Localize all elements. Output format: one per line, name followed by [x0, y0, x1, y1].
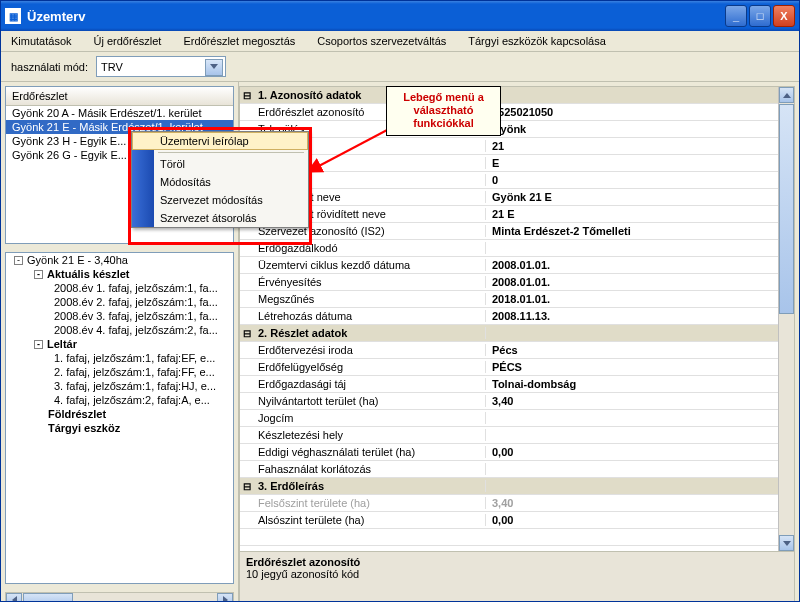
property-row[interactable]: Fahasználat korlátozás	[240, 461, 794, 478]
chevron-down-icon	[210, 64, 218, 69]
collapse-icon[interactable]: -	[34, 270, 43, 279]
scroll-up-button[interactable]	[779, 87, 794, 103]
close-button[interactable]: X	[773, 5, 795, 27]
property-value[interactable]: PÉCS	[486, 361, 794, 373]
h-scrollbar[interactable]	[5, 592, 234, 602]
property-value[interactable]: 0	[486, 174, 794, 186]
property-row[interactable]: Alsószint területe (ha)0,00	[240, 512, 794, 529]
maximize-button[interactable]: □	[749, 5, 771, 27]
property-value[interactable]: 2008.01.01.	[486, 259, 794, 271]
tree-node[interactable]: 2. fafaj, jelzőszám:1, fafaj:FF, e...	[6, 365, 233, 379]
property-row[interactable]: TelepülésGyönk	[240, 121, 794, 138]
property-row[interactable]: Készletezési hely	[240, 427, 794, 444]
collapse-icon[interactable]: -	[14, 256, 23, 265]
property-value[interactable]: Tolnai-dombság	[486, 378, 794, 390]
property-row[interactable]: Érvényesítés2008.01.01.	[240, 274, 794, 291]
property-grid[interactable]: ⊟1. Azonosító adatokErdőrészlet azonosít…	[240, 87, 794, 551]
scroll-thumb[interactable]	[779, 104, 794, 314]
context-menu-item[interactable]: Szervezet átsorolás	[132, 209, 308, 227]
property-row[interactable]: RészletE	[240, 155, 794, 172]
property-row[interactable]: Megszűnés2018.01.01.	[240, 291, 794, 308]
collapse-icon[interactable]: ⊟	[240, 328, 254, 339]
collapse-icon[interactable]: ⊟	[240, 481, 254, 492]
mode-select[interactable]: TRV	[96, 56, 226, 77]
context-menu-item[interactable]: Töröl	[132, 155, 308, 173]
collapse-icon[interactable]: -	[34, 340, 43, 349]
property-row[interactable]: Felsőszint területe (ha)3,40	[240, 495, 794, 512]
property-value[interactable]: E	[486, 157, 794, 169]
property-row[interactable]: Erdőrészlet rövidített neve21 E	[240, 206, 794, 223]
chevron-down-icon	[783, 541, 791, 546]
property-row[interactable]: Létrehozás dátuma2008.11.13.	[240, 308, 794, 325]
tree-node[interactable]: 2008.év 1. fafaj, jelzőszám:1, fa...	[6, 281, 233, 295]
property-value[interactable]: 2008.01.01.	[486, 276, 794, 288]
tree-node[interactable]: -Gyönk 21 E - 3,40ha	[6, 253, 233, 267]
property-value[interactable]: Pécs	[486, 344, 794, 356]
tree-label: 2008.év 2. fafaj, jelzőszám:1, fa...	[54, 296, 218, 308]
menu-uj-erdoreszlet[interactable]: Új erdőrészlet	[94, 35, 162, 47]
tree-node[interactable]: 2008.év 4. fafaj, jelzőszám:2, fa...	[6, 323, 233, 337]
tree-label: 2. fafaj, jelzőszám:1, fafaj:FF, e...	[54, 366, 215, 378]
menu-targyi-eszkozok[interactable]: Tárgyi eszközök kapcsolása	[468, 35, 606, 47]
v-scrollbar[interactable]	[778, 87, 794, 551]
property-value[interactable]: 3,40	[486, 395, 794, 407]
property-value[interactable]: 7525021050	[486, 106, 794, 118]
scroll-down-button[interactable]	[779, 535, 794, 551]
property-category[interactable]: ⊟1. Azonosító adatok	[240, 87, 794, 104]
context-menu-item[interactable]: Üzemtervi leírólap	[132, 132, 308, 150]
context-menu[interactable]: Üzemtervi leírólapTörölMódosításSzerveze…	[131, 131, 309, 228]
property-value[interactable]: 3,40	[486, 497, 794, 509]
property-row[interactable]: Alrészlet0	[240, 172, 794, 189]
scroll-left-button[interactable]	[6, 593, 22, 602]
property-row[interactable]: Erdőgazdálkodó	[240, 240, 794, 257]
property-row[interactable]: Erdőtervezési irodaPécs	[240, 342, 794, 359]
property-value[interactable]: 2018.01.01.	[486, 293, 794, 305]
property-row[interactable]: Erdőgazdasági tájTolnai-dombság	[240, 376, 794, 393]
property-value[interactable]: Minta Erdészet-2 Tőmelleti	[486, 225, 794, 237]
property-value[interactable]: 0,00	[486, 446, 794, 458]
tree-node[interactable]: 3. fafaj, jelzőszám:1, fafaj:HJ, e...	[6, 379, 233, 393]
property-row[interactable]: Eddigi véghasználati terület (ha)0,00	[240, 444, 794, 461]
tree-node[interactable]: 1. fafaj, jelzőszám:1, fafaj:EF, e...	[6, 351, 233, 365]
property-category[interactable]: ⊟3. Erdőleírás	[240, 478, 794, 495]
property-value[interactable]: 21 E	[486, 208, 794, 220]
tree-label: 2008.év 3. fafaj, jelzőszám:1, fa...	[54, 310, 218, 322]
property-label: Eddigi véghasználati terület (ha)	[254, 446, 486, 458]
property-row[interactable]: Erdőrészlet neveGyönk 21 E	[240, 189, 794, 206]
tree-node[interactable]: Földrészlet	[6, 407, 233, 421]
context-menu-item[interactable]: Módosítás	[132, 173, 308, 191]
property-row[interactable]: Üzemtervi ciklus kezdő dátuma2008.01.01.	[240, 257, 794, 274]
tree-node[interactable]: 2008.év 2. fafaj, jelzőszám:1, fa...	[6, 295, 233, 309]
property-row[interactable]: Nyilvántartott terület (ha)3,40	[240, 393, 794, 410]
collapse-icon[interactable]: ⊟	[240, 90, 254, 101]
menu-kimutatasok[interactable]: Kimutatások	[11, 35, 72, 47]
context-menu-item[interactable]: Szervezet módosítás	[132, 191, 308, 209]
property-value[interactable]: Gyönk	[486, 123, 794, 135]
tree-node[interactable]: -Aktuális készlet	[6, 267, 233, 281]
property-value[interactable]: 0,00	[486, 514, 794, 526]
list-header[interactable]: Erdőrészlet	[6, 87, 233, 106]
tree-node[interactable]: 4. fafaj, jelzőszám:2, fafaj:A, e...	[6, 393, 233, 407]
menu-erdoreszlet-megosztas[interactable]: Erdőrészlet megosztás	[183, 35, 295, 47]
scroll-right-button[interactable]	[217, 593, 233, 602]
scroll-thumb[interactable]	[23, 593, 73, 602]
tree-node[interactable]: -Leltár	[6, 337, 233, 351]
minimize-button[interactable]: _	[725, 5, 747, 27]
detail-tree[interactable]: -Gyönk 21 E - 3,40ha-Aktuális készlet200…	[5, 252, 234, 584]
list-item[interactable]: Gyönk 20 A - Másik Erdészet/1. kerület	[6, 106, 233, 120]
property-row[interactable]: Szervezet azonosító (IS2)Minta Erdészet-…	[240, 223, 794, 240]
tree-node[interactable]: Tárgyi eszköz	[6, 421, 233, 435]
property-value[interactable]: Gyönk 21 E	[486, 191, 794, 203]
property-row[interactable]: Erdőrészlet azonosító7525021050	[240, 104, 794, 121]
property-value[interactable]: 21	[486, 140, 794, 152]
property-row[interactable]: Tag21	[240, 138, 794, 155]
property-label: Érvényesítés	[254, 276, 486, 288]
menu-csoportos-szervezetvaltas[interactable]: Csoportos szervezetváltás	[317, 35, 446, 47]
chevron-left-icon	[12, 596, 17, 602]
property-row[interactable]: ErdőfelügyelőségPÉCS	[240, 359, 794, 376]
property-row[interactable]	[240, 529, 794, 546]
property-value[interactable]: 2008.11.13.	[486, 310, 794, 322]
property-category[interactable]: ⊟2. Részlet adatok	[240, 325, 794, 342]
property-row[interactable]: Jogcím	[240, 410, 794, 427]
tree-node[interactable]: 2008.év 3. fafaj, jelzőszám:1, fa...	[6, 309, 233, 323]
